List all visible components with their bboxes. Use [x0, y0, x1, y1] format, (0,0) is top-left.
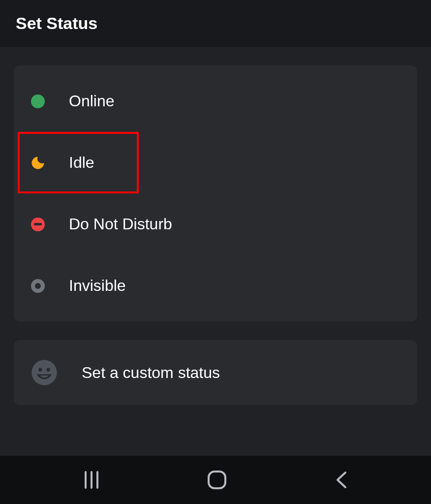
- status-option-idle[interactable]: Idle: [14, 132, 417, 193]
- status-label: Invisible: [69, 277, 126, 295]
- content-area: Online Idle Do Not Disturb Invisible: [0, 47, 431, 456]
- svg-point-2: [46, 368, 50, 371]
- svg-point-1: [38, 368, 42, 371]
- back-button[interactable]: [319, 465, 363, 495]
- status-option-invisible[interactable]: Invisible: [14, 255, 417, 316]
- custom-status-label: Set a custom status: [82, 364, 220, 382]
- dnd-icon: [31, 217, 45, 232]
- invisible-icon: [31, 279, 45, 293]
- status-option-dnd[interactable]: Do Not Disturb: [14, 193, 417, 255]
- home-button[interactable]: [192, 465, 242, 495]
- page-title: Set Status: [16, 14, 415, 33]
- header: Set Status: [0, 0, 431, 47]
- recents-icon: [83, 471, 100, 489]
- back-icon: [334, 470, 348, 490]
- svg-rect-6: [209, 472, 225, 488]
- online-icon: [31, 94, 45, 109]
- status-label: Online: [69, 92, 115, 110]
- svg-point-0: [31, 360, 57, 385]
- status-options-panel: Online Idle Do Not Disturb Invisible: [14, 65, 417, 321]
- status-label: Do Not Disturb: [69, 215, 172, 233]
- navigation-bar: [0, 456, 431, 504]
- status-label: Idle: [69, 154, 94, 172]
- recents-button[interactable]: [68, 466, 115, 494]
- custom-status-button[interactable]: Set a custom status: [14, 340, 417, 405]
- smiley-icon: [31, 359, 58, 386]
- status-option-online[interactable]: Online: [14, 70, 417, 132]
- idle-icon: [31, 156, 45, 170]
- home-icon: [207, 470, 227, 490]
